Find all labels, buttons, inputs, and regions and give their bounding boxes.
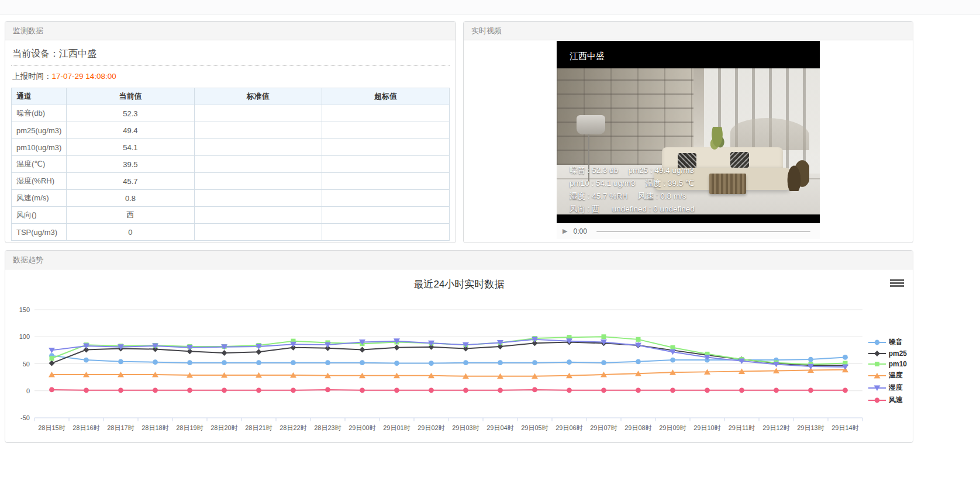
data-point-windspeed[interactable] bbox=[808, 387, 813, 393]
data-point-noise[interactable] bbox=[463, 360, 468, 365]
monitor-table: 通道当前值标准值超标值 噪音(db)52.3pm25(ug/m3)49.4pm1… bbox=[11, 88, 450, 241]
data-point-pm25[interactable] bbox=[49, 361, 55, 366]
data-point-windspeed[interactable] bbox=[153, 387, 158, 393]
data-point-noise[interactable] bbox=[325, 360, 330, 365]
data-point-noise[interactable] bbox=[498, 360, 503, 365]
monitor-table-column-header: 通道 bbox=[12, 88, 67, 105]
value-cell bbox=[322, 207, 449, 224]
legend-marker-icon-noise bbox=[868, 339, 886, 346]
data-point-pm25[interactable] bbox=[394, 345, 400, 351]
legend-marker-icon-temperature bbox=[868, 372, 886, 379]
channel-cell: 噪音(db) bbox=[12, 105, 67, 122]
data-point-pm10[interactable] bbox=[671, 345, 675, 350]
data-point-pm10[interactable] bbox=[636, 337, 641, 342]
monitor-panel-header: 监测数据 bbox=[5, 22, 456, 40]
x-axis-label: 28日23时 bbox=[314, 424, 341, 431]
table-row: pm10(ug/m3)54.1 bbox=[12, 139, 450, 156]
data-point-windspeed[interactable] bbox=[843, 387, 848, 393]
data-point-windspeed[interactable] bbox=[498, 387, 503, 393]
data-point-noise[interactable] bbox=[118, 359, 123, 364]
data-point-windspeed[interactable] bbox=[360, 387, 365, 393]
data-point-windspeed[interactable] bbox=[118, 387, 123, 393]
data-point-noise[interactable] bbox=[429, 361, 434, 366]
table-row: pm25(ug/m3)49.4 bbox=[12, 122, 450, 139]
video-overlay-title: 江西中盛 bbox=[570, 51, 605, 62]
photo-vases bbox=[786, 147, 810, 191]
play-icon[interactable]: ▶ bbox=[563, 227, 567, 235]
value-cell: 49.4 bbox=[67, 122, 194, 139]
x-axis-label: 29日14时 bbox=[831, 424, 858, 431]
photo-lamp-shade bbox=[577, 115, 606, 134]
report-time: 上报时间：17-07-29 14:08:00 bbox=[11, 66, 450, 86]
x-axis-label: 29日00时 bbox=[348, 424, 375, 431]
data-point-windspeed[interactable] bbox=[636, 387, 641, 393]
live-video-panel: 实时视频 江西中盛 bbox=[463, 21, 913, 243]
data-point-windspeed[interactable] bbox=[49, 387, 54, 393]
monitor-panel-body: 当前设备：江西中盛 上报时间：17-07-29 14:08:00 通道当前值标准… bbox=[5, 40, 456, 243]
data-trend-panel: 数据趋势 最近24小时实时数据 -5005010015028日15时28日16时… bbox=[5, 250, 913, 443]
data-point-noise[interactable] bbox=[808, 357, 813, 362]
series-line-windspeed[interactable] bbox=[52, 390, 846, 390]
data-point-noise[interactable] bbox=[360, 360, 365, 365]
legend-label: 温度 bbox=[889, 370, 903, 380]
video-progress-bar[interactable] bbox=[596, 231, 810, 232]
table-row: 湿度(%RH)45.7 bbox=[12, 173, 450, 190]
data-point-noise[interactable] bbox=[291, 360, 296, 365]
data-point-noise[interactable] bbox=[532, 360, 537, 365]
data-point-windspeed[interactable] bbox=[567, 387, 572, 393]
data-point-pm25[interactable] bbox=[256, 349, 262, 355]
data-point-windspeed[interactable] bbox=[84, 387, 89, 393]
x-axis-label: 29日04时 bbox=[486, 424, 513, 431]
data-point-windspeed[interactable] bbox=[601, 387, 606, 393]
data-point-noise[interactable] bbox=[187, 360, 192, 365]
data-point-windspeed[interactable] bbox=[739, 387, 744, 393]
data-point-noise[interactable] bbox=[222, 360, 227, 365]
video-player[interactable]: 江西中盛 bbox=[557, 41, 820, 239]
legend-label: 风速 bbox=[889, 395, 903, 405]
data-point-noise[interactable] bbox=[153, 359, 158, 365]
data-point-windspeed[interactable] bbox=[429, 387, 434, 393]
legend-item-humidity[interactable]: 湿度 bbox=[868, 383, 907, 393]
data-point-noise[interactable] bbox=[601, 360, 606, 365]
legend-item-noise[interactable]: 噪音 bbox=[868, 337, 907, 347]
data-point-noise[interactable] bbox=[394, 361, 399, 366]
data-point-noise[interactable] bbox=[84, 358, 89, 363]
data-point-pm25[interactable] bbox=[360, 347, 365, 352]
video-screen[interactable]: 江西中盛 bbox=[557, 41, 820, 223]
legend-item-windspeed[interactable]: 风速 bbox=[868, 395, 907, 405]
data-point-windspeed[interactable] bbox=[670, 387, 675, 393]
video-controls-bar[interactable]: ▶ 0:00 bbox=[557, 223, 820, 239]
data-point-noise[interactable] bbox=[670, 358, 675, 363]
data-point-pm25[interactable] bbox=[222, 350, 227, 356]
data-point-windspeed[interactable] bbox=[532, 387, 537, 393]
legend-item-temperature[interactable]: 温度 bbox=[868, 370, 907, 380]
data-point-windspeed[interactable] bbox=[222, 387, 227, 393]
data-point-pm10[interactable] bbox=[602, 334, 606, 339]
trend-line-chart[interactable]: -5005010015028日15时28日16时28日17时28日18时28日1… bbox=[5, 292, 910, 438]
data-point-noise[interactable] bbox=[843, 355, 848, 360]
series-line-temperature[interactable] bbox=[52, 370, 846, 376]
data-point-windspeed[interactable] bbox=[325, 387, 330, 393]
data-point-noise[interactable] bbox=[636, 359, 641, 364]
channel-cell: 风向() bbox=[12, 207, 67, 224]
data-point-windspeed[interactable] bbox=[187, 387, 192, 393]
data-point-windspeed[interactable] bbox=[774, 387, 779, 393]
table-row: 风速(m/s)0.8 bbox=[12, 190, 450, 207]
data-point-windspeed[interactable] bbox=[291, 387, 296, 393]
x-axis-label: 29日12时 bbox=[762, 424, 789, 431]
data-point-windspeed[interactable] bbox=[463, 387, 468, 393]
legend-item-pm10[interactable]: pm10 bbox=[868, 360, 907, 368]
data-point-pm10[interactable] bbox=[50, 356, 54, 361]
trend-chart-body: 最近24小时实时数据 -5005010015028日15时28日16时28日17… bbox=[5, 269, 913, 443]
data-point-windspeed[interactable] bbox=[256, 387, 261, 393]
channel-cell: TSP(ug/m3) bbox=[12, 224, 67, 241]
data-point-noise[interactable] bbox=[567, 359, 572, 365]
hamburger-menu-icon[interactable] bbox=[889, 276, 905, 289]
report-time-value: 17-07-29 14:08:00 bbox=[52, 72, 116, 81]
data-point-noise[interactable] bbox=[256, 360, 261, 365]
data-point-windspeed[interactable] bbox=[705, 387, 710, 393]
legend-item-pm25[interactable]: pm25 bbox=[868, 349, 907, 358]
monitor-table-column-header: 超标值 bbox=[322, 88, 449, 105]
data-point-windspeed[interactable] bbox=[394, 387, 399, 393]
channel-cell: pm10(ug/m3) bbox=[12, 139, 67, 156]
